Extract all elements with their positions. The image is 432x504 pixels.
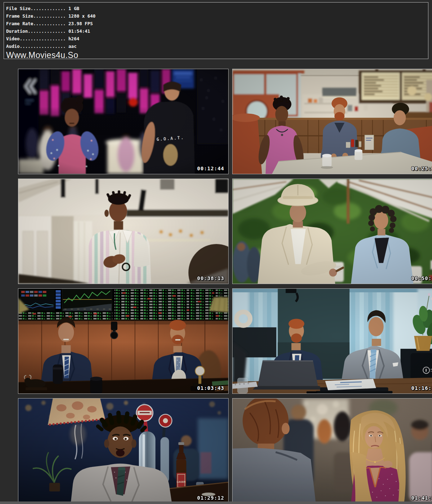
screenshot-image-stock-office (18, 289, 228, 393)
screenshot-image-diner (233, 69, 432, 174)
timestamp-badge: 00:38:13 (197, 275, 224, 281)
timestamp-badge: 00:50:57 (411, 275, 432, 281)
screenshot-image-nightclub: G.O.A.T. (18, 69, 228, 174)
timestamp-badge: 01:16:27 (411, 385, 432, 391)
screenshot-diner: 00:25:28 (232, 69, 432, 174)
bottom-edge-strip (0, 501, 432, 504)
screenshot-grid: G.O.A.T. 00:12:44 (0, 0, 432, 504)
screenshot-garden-party: 00:50:57 (232, 179, 432, 284)
screenshot-nightclub: G.O.A.T. 00:12:44 (18, 69, 229, 174)
timestamp-badge: 01:03:43 (197, 385, 224, 391)
screenshot-image-party (233, 399, 432, 503)
timestamp-badge: 00:12:44 (197, 166, 224, 171)
screenshot-image-garden-party (233, 179, 432, 284)
screenshot-party: 01:41:56 (232, 398, 432, 504)
screenshot-bar: LAGER (18, 398, 229, 504)
screenshot-conference: 01:16:27 (232, 288, 432, 394)
screenshot-image-bar: LAGER (18, 399, 228, 503)
screenshot-image-conference (233, 289, 432, 393)
timestamp-badge: 00:25:28 (411, 166, 432, 171)
screenshot-image-pastel-shirt (18, 179, 228, 284)
timestamp-badge: 01:41:56 (411, 495, 432, 501)
screenshot-pastel-shirt: 00:38:13 (18, 179, 229, 284)
timestamp-badge: 01:29:12 (197, 495, 224, 501)
screenshot-stock-office: 01:03:43 (18, 288, 229, 394)
